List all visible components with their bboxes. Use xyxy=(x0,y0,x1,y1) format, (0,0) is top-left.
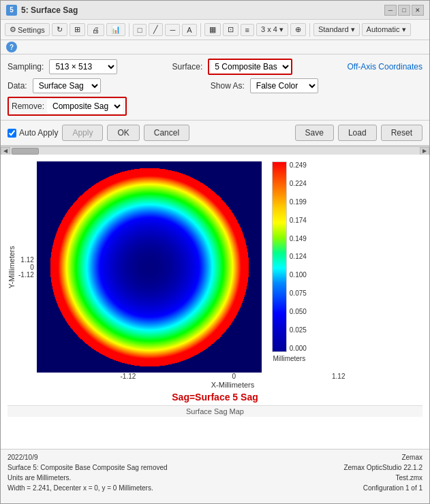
horizontal-scrollbar[interactable]: ◀ ▶ xyxy=(1,146,429,155)
data-select[interactable]: Surface Sag xyxy=(33,78,101,93)
controls-area: Sampling: 513 × 513 Surface: 5 Composite… xyxy=(1,54,429,121)
remove-select[interactable]: Composite Sag xyxy=(47,99,123,113)
dash-icon: ─ xyxy=(170,26,175,34)
rect-button[interactable]: □ xyxy=(133,24,147,36)
surface-label: Surface: xyxy=(172,62,203,72)
status-left: 2022/10/9 Surface 5: Composite Base Comp… xyxy=(7,452,343,501)
window-title: 5: Surface Sag xyxy=(21,5,78,15)
data-label: Data: xyxy=(7,81,27,91)
surface-select[interactable]: 5 Composite Bas xyxy=(208,59,292,75)
layers-button[interactable]: ≡ xyxy=(241,24,254,36)
help-button[interactable]: ? xyxy=(6,42,17,52)
gear-icon: ⚙ xyxy=(10,25,16,34)
minimize-button[interactable]: ─ xyxy=(384,5,397,16)
rect-icon: □ xyxy=(138,26,142,34)
main-window: 5 5: Surface Sag ─ □ ✕ ⚙ Settings ↻ ⊞ 🖨 … xyxy=(0,0,430,504)
auto-apply-checkbox[interactable] xyxy=(7,129,16,138)
sampling-label: Sampling: xyxy=(7,62,44,72)
show-as-select[interactable]: False Color xyxy=(250,78,318,93)
refresh-icon: ↻ xyxy=(57,25,63,34)
export-icon: 📊 xyxy=(111,25,121,34)
status-right: Zemax Zemax OpticStudio 22.1.2 Test.zmx … xyxy=(343,452,423,501)
sag-plot xyxy=(37,161,262,373)
separator2 xyxy=(200,23,201,37)
colorbar-labels: 0.249 0.224 0.199 0.174 0.149 0.124 0.10… xyxy=(290,161,307,352)
grid-icon: ▦ xyxy=(209,25,216,34)
reset-button[interactable]: Reset xyxy=(381,125,423,141)
toolbar: ⚙ Settings ↻ ⊞ 🖨 📊 □ ╱ ─ A ▦ xyxy=(1,20,429,40)
scroll-thumb[interactable] xyxy=(12,148,39,155)
y-tick-labels: 1.12 0 -1.12 xyxy=(18,256,34,279)
line-icon: ╱ xyxy=(153,25,158,34)
title-bar: 5 5: Surface Sag ─ □ ✕ xyxy=(1,1,429,20)
offaxis-link[interactable]: Off-Axis Coordinates xyxy=(348,62,423,72)
refresh-button[interactable]: ↻ xyxy=(52,23,67,36)
save-button[interactable]: Save xyxy=(295,125,334,141)
x-tick-labels: -1.12 0 1.12 xyxy=(121,373,345,380)
load-button[interactable]: Load xyxy=(338,125,377,141)
copy-icon: ⊞ xyxy=(74,25,80,34)
text-icon: A xyxy=(187,26,191,34)
layout-button[interactable]: ⊡ xyxy=(223,23,239,36)
rotate-icon: ⊕ xyxy=(295,25,301,34)
export-button[interactable]: 📊 xyxy=(106,23,125,36)
window-controls: ─ □ ✕ xyxy=(384,5,424,16)
y-axis-label: Y-Millimeters xyxy=(7,246,16,289)
buttons-row: Auto Apply Apply OK Cancel Save Load Res… xyxy=(1,121,429,146)
show-as-label: Show As: xyxy=(211,81,245,91)
separator3 xyxy=(309,23,310,37)
standard-dropdown[interactable]: Standard ▾ xyxy=(313,23,360,36)
text-button[interactable]: A xyxy=(182,24,196,36)
dash-button[interactable]: ─ xyxy=(165,24,180,36)
ok-button[interactable]: OK xyxy=(107,125,139,141)
apply-button[interactable]: Apply xyxy=(62,125,103,141)
colorbar-area: 0.249 0.224 0.199 0.174 0.149 0.124 0.10… xyxy=(272,161,307,362)
line-button[interactable]: ╱ xyxy=(149,23,163,36)
close-button[interactable]: ✕ xyxy=(412,5,424,16)
scroll-left-arrow[interactable]: ◀ xyxy=(1,147,10,155)
sag-title: Sag=Surface 5 Sag xyxy=(172,392,258,403)
auto-apply-label[interactable]: Auto Apply xyxy=(7,128,58,138)
scroll-right-arrow[interactable]: ▶ xyxy=(420,147,429,155)
grid-size-button[interactable]: 3 x 4 ▾ xyxy=(256,23,288,36)
separator1 xyxy=(129,23,129,37)
settings-button[interactable]: ⚙ Settings xyxy=(5,23,50,36)
sampling-select[interactable]: 513 × 513 xyxy=(49,59,117,74)
automatic-dropdown[interactable]: Automatic ▾ xyxy=(362,23,411,36)
cancel-button[interactable]: Cancel xyxy=(144,125,189,141)
layout-icon: ⊡ xyxy=(228,25,234,34)
window-icon: 5 xyxy=(6,5,17,16)
print-icon: 🖨 xyxy=(92,26,99,34)
grid-select-button[interactable]: ▦ xyxy=(204,23,221,36)
x-axis-label: X-Millimeters xyxy=(121,381,345,389)
remove-box: Remove: Composite Sag xyxy=(7,97,127,116)
colorbar-unit: Millimeters xyxy=(273,355,305,362)
restore-button[interactable]: □ xyxy=(398,5,410,16)
status-bar: 2022/10/9 Surface 5: Composite Base Comp… xyxy=(1,449,429,503)
print-button[interactable]: 🖨 xyxy=(87,24,104,36)
map-label: Surface Sag Map xyxy=(7,405,423,417)
colorbar-right: 0.249 0.224 0.199 0.174 0.149 0.124 0.10… xyxy=(272,161,307,352)
layers-icon: ≡ xyxy=(245,26,249,34)
help-bar: ? xyxy=(1,40,429,54)
colorbar xyxy=(272,161,287,352)
remove-label: Remove: xyxy=(12,101,44,111)
chart-area: Y-Millimeters 1.12 0 -1.12 0.249 xyxy=(1,155,429,449)
plot-container xyxy=(37,161,262,373)
chart-wrapper: Y-Millimeters 1.12 0 -1.12 0.249 xyxy=(7,161,423,373)
copy-button[interactable]: ⊞ xyxy=(70,23,85,36)
rotate-button[interactable]: ⊕ xyxy=(290,23,306,36)
